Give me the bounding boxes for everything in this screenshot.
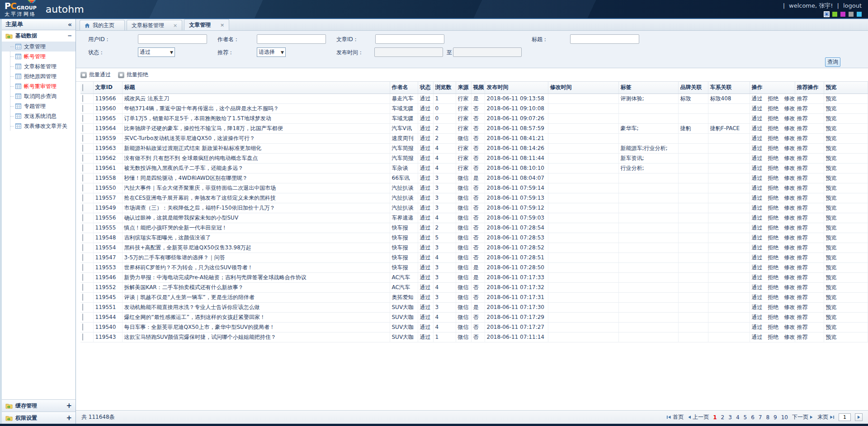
row-checkbox[interactable] [82, 234, 83, 241]
edit-link[interactable]: 修改 [784, 234, 795, 241]
approve-link[interactable]: 通过 [752, 244, 763, 251]
preview-link[interactable]: 预览 [826, 165, 837, 171]
sidebar-item[interactable]: 帐号管理 [2, 51, 75, 61]
recommend-link[interactable]: 推荐 [797, 294, 808, 300]
close-icon[interactable]: × [214, 22, 224, 28]
page-number-input[interactable] [839, 413, 851, 421]
preview-link[interactable]: 预览 [826, 324, 837, 330]
approve-link[interactable]: 通过 [752, 115, 763, 122]
reject-link[interactable]: 拒绝 [768, 254, 778, 261]
edit-link[interactable]: 修改 [784, 135, 795, 141]
reject-link[interactable]: 拒绝 [768, 324, 778, 330]
row-checkbox[interactable] [82, 274, 83, 281]
sidebar-section-cache[interactable]: 缓存管理 + [2, 399, 75, 412]
theme-swatch-gray[interactable] [849, 12, 854, 17]
edit-link[interactable]: 修改 [784, 225, 795, 231]
edit-link[interactable]: 修改 [784, 115, 795, 122]
preview-link[interactable]: 预览 [826, 135, 837, 141]
reject-link[interactable]: 拒绝 [768, 264, 778, 271]
recommend-link[interactable]: 推荐 [797, 165, 808, 171]
approve-link[interactable]: 通过 [752, 264, 763, 271]
row-checkbox[interactable] [82, 304, 83, 311]
row-checkbox[interactable] [82, 323, 83, 331]
preview-link[interactable]: 预览 [826, 95, 837, 102]
preview-link[interactable]: 预览 [826, 225, 837, 231]
edit-link[interactable]: 修改 [784, 244, 795, 251]
row-checkbox[interactable] [82, 194, 83, 201]
page-number[interactable]: 3 [728, 414, 732, 421]
sidebar-item[interactable]: 帐号重审管理 [2, 81, 75, 91]
reject-link[interactable]: 拒绝 [768, 105, 778, 112]
recommend-link[interactable]: 推荐 [797, 334, 808, 340]
publish-end-input[interactable] [453, 47, 522, 57]
row-checkbox[interactable] [82, 164, 83, 172]
edit-link[interactable]: 修改 [784, 294, 795, 300]
search-button[interactable]: 查询 [825, 57, 840, 67]
edit-link[interactable]: 修改 [784, 324, 795, 330]
reject-link[interactable]: 拒绝 [768, 145, 778, 151]
page-number[interactable]: 10 [781, 414, 788, 421]
row-checkbox[interactable] [82, 95, 83, 102]
tab-my-home[interactable]: 我的主页 [80, 20, 125, 30]
approve-link[interactable]: 通过 [752, 175, 763, 181]
recommend-link[interactable]: 推荐 [797, 155, 808, 161]
approve-link[interactable]: 通过 [752, 165, 763, 171]
reject-link[interactable]: 拒绝 [768, 95, 778, 102]
edit-link[interactable]: 修改 [784, 175, 795, 181]
approve-link[interactable]: 通过 [752, 185, 763, 191]
row-checkbox[interactable] [82, 224, 83, 231]
tab-article-tag-management[interactable]: 文章标签管理 × [127, 20, 182, 30]
recommend-link[interactable]: 推荐 [797, 254, 808, 261]
edit-link[interactable]: 修改 [784, 215, 795, 221]
row-checkbox[interactable] [82, 125, 83, 132]
recommend-link[interactable]: 推荐 [797, 95, 808, 102]
approve-link[interactable]: 通过 [752, 254, 763, 261]
page-number[interactable]: 4 [736, 414, 740, 421]
approve-link[interactable]: 通过 [752, 95, 763, 102]
recommend-link[interactable]: 推荐 [797, 115, 808, 122]
page-number[interactable]: 1 [713, 414, 717, 421]
recommend-link[interactable]: 推荐 [797, 135, 808, 141]
approve-link[interactable]: 通过 [752, 294, 763, 300]
preview-link[interactable]: 预览 [826, 314, 837, 320]
recommend-link[interactable]: 推荐 [797, 324, 808, 330]
sidebar-item[interactable]: 文章管理 [2, 42, 75, 51]
recommend-link[interactable]: 推荐 [797, 274, 808, 281]
approve-link[interactable]: 通过 [752, 324, 763, 330]
edit-link[interactable]: 修改 [784, 95, 795, 102]
preview-link[interactable]: 预览 [826, 125, 837, 131]
recommend-link[interactable]: 推荐 [797, 234, 808, 241]
preview-link[interactable]: 预览 [826, 284, 837, 290]
recommend-link[interactable]: 推荐 [797, 304, 808, 310]
row-checkbox[interactable] [82, 284, 83, 291]
sidebar-item[interactable]: 发表修改文章开关 [2, 121, 75, 131]
edit-link[interactable]: 修改 [784, 274, 795, 281]
theme-swatch-blue[interactable] [824, 12, 829, 17]
recommend-link[interactable]: 推荐 [797, 215, 808, 221]
preview-link[interactable]: 预览 [826, 175, 837, 181]
sidebar-item[interactable]: 发送系统消息 [2, 111, 75, 121]
row-checkbox[interactable] [82, 115, 83, 122]
reject-link[interactable]: 拒绝 [768, 215, 778, 221]
edit-link[interactable]: 修改 [784, 334, 795, 340]
first-page-link[interactable]: 首页 [666, 413, 684, 421]
reject-link[interactable]: 拒绝 [768, 274, 778, 281]
reject-link[interactable]: 拒绝 [768, 135, 778, 141]
recommend-select[interactable]: 请选择▼ [257, 47, 286, 57]
reject-link[interactable]: 拒绝 [768, 185, 778, 191]
approve-link[interactable]: 通过 [752, 274, 763, 281]
publish-start-input[interactable] [374, 47, 443, 57]
page-number[interactable]: 2 [721, 414, 725, 421]
edit-link[interactable]: 修改 [784, 125, 795, 131]
sidebar-section-base-data[interactable]: 基础数据 − [2, 30, 75, 41]
edit-link[interactable]: 修改 [784, 155, 795, 161]
preview-link[interactable]: 预览 [826, 185, 837, 191]
recommend-link[interactable]: 推荐 [797, 175, 808, 181]
preview-link[interactable]: 预览 [826, 264, 837, 271]
row-checkbox[interactable] [82, 184, 83, 192]
preview-link[interactable]: 预览 [826, 195, 837, 201]
row-checkbox[interactable] [82, 105, 83, 112]
reject-link[interactable]: 拒绝 [768, 175, 778, 181]
preview-link[interactable]: 预览 [826, 334, 837, 340]
theme-swatch-green[interactable] [832, 12, 837, 17]
